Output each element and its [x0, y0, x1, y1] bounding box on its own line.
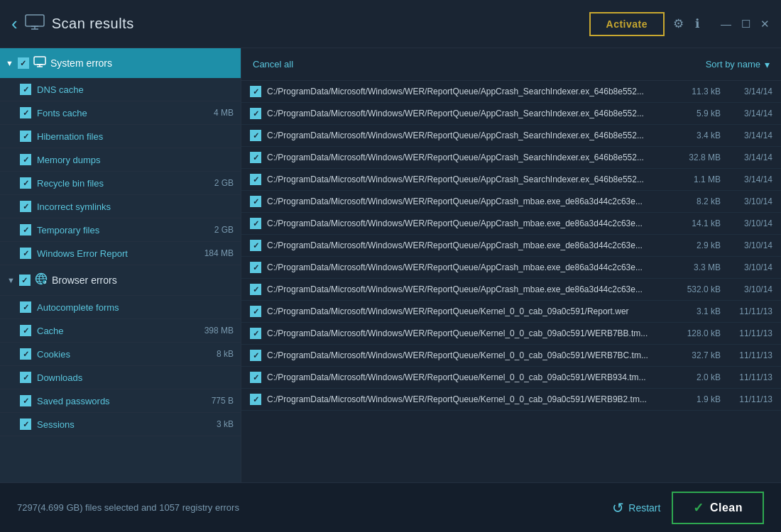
back-icon: ‹: [11, 13, 18, 35]
item-checkbox[interactable]: [20, 325, 31, 336]
file-size: 32.7 kB: [671, 350, 721, 360]
item-checkbox[interactable]: [20, 248, 31, 259]
file-checkbox[interactable]: [250, 394, 261, 405]
table-row[interactable]: C:/ProgramData/Microsoft/Windows/WER/Rep…: [241, 279, 781, 301]
file-checkbox[interactable]: [250, 372, 261, 383]
file-checkbox[interactable]: [250, 196, 261, 207]
item-checkbox[interactable]: [20, 177, 31, 189]
item-checkbox[interactable]: [20, 419, 31, 430]
file-date: 3/14/14: [726, 109, 772, 118]
list-item[interactable]: Temporary files 2 GB: [0, 218, 241, 242]
list-item[interactable]: Sessions 3 kB: [0, 413, 241, 436]
file-checkbox[interactable]: [250, 306, 261, 317]
close-button[interactable]: ✕: [760, 18, 770, 31]
file-checkbox[interactable]: [250, 328, 261, 339]
back-button[interactable]: ‹: [11, 13, 18, 35]
file-size: 532.0 kB: [671, 284, 721, 294]
list-item[interactable]: Hibernation files: [0, 125, 241, 148]
category-checkbox-system[interactable]: [18, 57, 29, 69]
table-row[interactable]: C:/ProgramData/Microsoft/Windows/WER/Rep…: [241, 389, 781, 411]
table-row[interactable]: C:/ProgramData/Microsoft/Windows/WER/Rep…: [241, 81, 781, 103]
file-checkbox[interactable]: [250, 174, 261, 185]
file-checkbox[interactable]: [250, 240, 261, 251]
item-checkbox[interactable]: [20, 201, 31, 212]
table-row[interactable]: C:/ProgramData/Microsoft/Windows/WER/Rep…: [241, 301, 781, 323]
list-item[interactable]: Incorrect symlinks: [0, 195, 241, 218]
window-controls: — ☐ ✕: [721, 18, 770, 31]
category-browser-errors[interactable]: ▼ ↺ Browser errors: [0, 265, 241, 296]
item-label: Hibernation files: [37, 131, 234, 142]
item-checkbox[interactable]: [20, 348, 31, 360]
table-row[interactable]: C:/ProgramData/Microsoft/Windows/WER/Rep…: [241, 169, 781, 191]
title-icons: ⚙ ℹ: [673, 16, 699, 31]
item-label: Sessions: [37, 419, 211, 430]
list-item[interactable]: Memory dumps: [0, 148, 241, 172]
settings-icon[interactable]: ⚙: [673, 16, 684, 31]
maximize-button[interactable]: ☐: [741, 18, 750, 31]
svg-rect-4: [34, 57, 45, 65]
category-checkbox-browser[interactable]: [19, 275, 31, 286]
file-checkbox[interactable]: [250, 86, 261, 97]
table-row[interactable]: C:/ProgramData/Microsoft/Windows/WER/Rep…: [241, 147, 781, 169]
clean-button[interactable]: ✓ Clean: [672, 492, 764, 524]
file-path: C:/ProgramData/Microsoft/Windows/WER/Rep…: [267, 109, 665, 118]
table-row[interactable]: C:/ProgramData/Microsoft/Windows/WER/Rep…: [241, 345, 781, 367]
list-item[interactable]: Windows Error Report 184 MB: [0, 242, 241, 265]
list-item[interactable]: Recycle bin files 2 GB: [0, 172, 241, 195]
list-item[interactable]: Fonts cache 4 MB: [0, 101, 241, 125]
file-size: 1.9 kB: [671, 394, 721, 404]
item-checkbox[interactable]: [20, 301, 31, 313]
item-label: Autocomplete forms: [37, 302, 234, 313]
table-row[interactable]: C:/ProgramData/Microsoft/Windows/WER/Rep…: [241, 367, 781, 389]
bottom-bar: 7297(4.699 GB) files selected and 1057 r…: [0, 482, 781, 532]
file-checkbox[interactable]: [250, 218, 261, 229]
list-item[interactable]: Cache 398 MB: [0, 319, 241, 343]
restart-icon: ↺: [612, 499, 624, 516]
app-title: Scan results: [52, 16, 134, 32]
file-path: C:/ProgramData/Microsoft/Windows/WER/Rep…: [267, 284, 665, 294]
table-row[interactable]: C:/ProgramData/Microsoft/Windows/WER/Rep…: [241, 257, 781, 279]
item-label: Incorrect symlinks: [37, 201, 234, 212]
file-size: 32.8 MB: [671, 153, 721, 162]
list-item[interactable]: DNS cache: [0, 78, 241, 101]
item-checkbox[interactable]: [20, 131, 31, 142]
item-checkbox[interactable]: [20, 395, 31, 406]
file-checkbox[interactable]: [250, 130, 261, 141]
table-row[interactable]: C:/ProgramData/Microsoft/Windows/WER/Rep…: [241, 125, 781, 147]
item-label: Cookies: [37, 349, 211, 360]
file-date: 11/11/13: [726, 350, 772, 360]
list-item[interactable]: Autocomplete forms: [0, 296, 241, 319]
info-icon[interactable]: ℹ: [695, 16, 699, 31]
file-size: 1.1 MB: [671, 174, 721, 184]
table-row[interactable]: C:/ProgramData/Microsoft/Windows/WER/Rep…: [241, 103, 781, 125]
file-checkbox[interactable]: [250, 350, 261, 361]
item-checkbox[interactable]: [20, 154, 31, 165]
category-system-errors[interactable]: ▼ System errors: [0, 48, 241, 78]
list-item[interactable]: Cookies 8 kB: [0, 343, 241, 366]
item-checkbox[interactable]: [20, 84, 31, 95]
file-checkbox[interactable]: [250, 262, 261, 273]
activate-button[interactable]: Activate: [589, 12, 665, 36]
file-checkbox[interactable]: [250, 108, 261, 119]
table-row[interactable]: C:/ProgramData/Microsoft/Windows/WER/Rep…: [241, 213, 781, 235]
file-size: 14.1 kB: [671, 218, 721, 228]
file-size: 3.1 kB: [671, 306, 721, 316]
file-checkbox[interactable]: [250, 284, 261, 295]
sort-by-name-button[interactable]: Sort by name ▾: [706, 59, 770, 70]
file-size: 128.0 kB: [671, 328, 721, 338]
table-row[interactable]: C:/ProgramData/Microsoft/Windows/WER/Rep…: [241, 191, 781, 213]
table-row[interactable]: C:/ProgramData/Microsoft/Windows/WER/Rep…: [241, 235, 781, 257]
item-checkbox[interactable]: [20, 107, 31, 118]
file-checkbox[interactable]: [250, 152, 261, 163]
minimize-button[interactable]: —: [721, 18, 731, 30]
list-item[interactable]: Saved passwords 775 B: [0, 389, 241, 413]
cancel-all-button[interactable]: Cancel all: [253, 59, 293, 70]
table-row[interactable]: C:/ProgramData/Microsoft/Windows/WER/Rep…: [241, 323, 781, 345]
list-item[interactable]: Downloads: [0, 366, 241, 389]
file-date: 3/14/14: [726, 174, 772, 184]
item-label: Temporary files: [37, 225, 209, 235]
item-checkbox[interactable]: [20, 372, 31, 383]
item-size: 398 MB: [204, 326, 234, 336]
item-checkbox[interactable]: [20, 224, 31, 235]
restart-button[interactable]: ↺ Restart: [612, 499, 660, 516]
